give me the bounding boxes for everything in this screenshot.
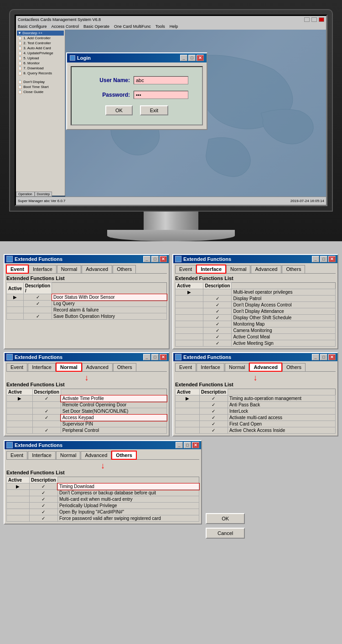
panel-others-minimize[interactable]: _ xyxy=(176,442,183,448)
tab-others-event[interactable]: Event xyxy=(6,451,27,459)
menu-access-control[interactable]: Access Control xyxy=(52,24,79,29)
panel-interface-maximize[interactable]: □ xyxy=(320,256,327,262)
tab-others-advanced[interactable]: Advanced xyxy=(81,451,111,459)
screen-tab-operation[interactable]: Operation xyxy=(16,192,35,197)
table-row-desc: Log Query xyxy=(52,301,167,307)
table-row: Remote Control Openning Door xyxy=(7,402,167,408)
tab-others-others[interactable]: Others xyxy=(112,451,136,459)
tab-interface-others[interactable]: Others xyxy=(282,265,305,273)
login-body: User Name: Password: OK Exit xyxy=(71,66,203,125)
tab-event-others[interactable]: Others xyxy=(113,265,136,273)
table-row: ✓ Access Keypad xyxy=(7,415,167,421)
menu-basic-operate[interactable]: Basic Operate xyxy=(83,24,109,29)
table-row-arrow xyxy=(176,308,203,315)
menu-basic-configure[interactable]: Basic Configure xyxy=(18,24,47,29)
tab-advanced-interface[interactable]: Interface xyxy=(197,363,224,371)
table-row: ✓ Open By Inputing "#Card#PIN#" xyxy=(7,509,199,515)
menu-one-card[interactable]: One Card MultiFunc xyxy=(114,24,151,29)
tab-event-normal[interactable]: Normal xyxy=(57,265,81,273)
tab-event-interface[interactable]: Interface xyxy=(29,265,57,273)
tab-event-event[interactable]: Event xyxy=(6,265,28,273)
panel-advanced-title: Extended Functions xyxy=(183,354,231,360)
table-row-arrow xyxy=(7,496,30,503)
tab-advanced-advanced[interactable]: Advanced xyxy=(249,363,282,371)
table-row-desc: Timing auto-operation management xyxy=(228,395,335,402)
tab-others-normal[interactable]: Normal xyxy=(56,451,80,459)
table-row-arrow xyxy=(176,408,200,415)
tab-event-advanced[interactable]: Advanced xyxy=(82,265,112,273)
panel-others-close[interactable]: ✕ xyxy=(192,442,199,448)
table-row-active: ✓ xyxy=(203,334,232,340)
login-minimize-btn[interactable]: _ xyxy=(180,55,187,61)
tab-others-interface[interactable]: Interface xyxy=(28,451,56,459)
table-row: ✓ Display Other Shift Schedule xyxy=(176,315,336,321)
monitor-screen: Contactless Cards Management System V6.8… xyxy=(15,15,327,206)
screen-tab-doorstep[interactable]: Doorstep xyxy=(35,192,52,197)
table-row-desc: Activate Time Profile xyxy=(61,395,166,402)
panel-interface-minimize[interactable]: _ xyxy=(312,256,319,262)
tab-advanced-event[interactable]: Event xyxy=(175,363,196,371)
panel-normal-maximize[interactable]: □ xyxy=(151,354,159,360)
login-maximize-btn[interactable]: □ xyxy=(188,55,196,61)
panel-event-content: Event Interface Normal Advanced Others E… xyxy=(5,263,169,322)
table-row-arrow xyxy=(7,402,33,408)
table-row-desc: Activate multi-card access xyxy=(228,415,335,421)
table-row-arrow: ▶ xyxy=(176,395,200,402)
panel-event-maximize[interactable]: □ xyxy=(151,256,159,262)
menu-help[interactable]: Help xyxy=(170,24,178,29)
tab-normal-interface[interactable]: Interface xyxy=(28,363,56,371)
panel-advanced-minimize[interactable]: _ xyxy=(312,354,319,360)
tab-interface-event[interactable]: Event xyxy=(175,265,196,273)
tab-normal-normal[interactable]: Normal xyxy=(56,363,82,371)
panel-interface-close[interactable]: ✕ xyxy=(328,256,336,262)
table-row-active xyxy=(203,289,232,296)
screen-menubar: Basic Configure Access Control Basic Ope… xyxy=(16,23,326,30)
table-row-arrow xyxy=(7,515,30,522)
login-exit-button[interactable]: Exit xyxy=(140,105,168,115)
monitor-bezel: Contactless Cards Management System V6.8… xyxy=(9,9,333,212)
panel-normal-minimize[interactable]: _ xyxy=(143,354,150,360)
table-row-arrow xyxy=(176,421,200,427)
table-row: ✓ Save Button Operation History xyxy=(7,313,167,320)
table-row-desc: Don't Display Attendance xyxy=(232,308,336,315)
screen-status-text: Super Manager abc Ver 6.0.7 xyxy=(18,199,66,203)
table-row: ✓ First Card Open xyxy=(176,421,336,427)
screen-status-time: 2019-07-24 16:05:14 xyxy=(290,199,324,203)
cancel-button[interactable]: Cancel xyxy=(206,528,245,539)
table-row: ✓ Log Query xyxy=(7,301,167,307)
tab-advanced-others[interactable]: Others xyxy=(282,363,306,371)
table-row-arrow: ▶ xyxy=(7,294,24,301)
table-row-active xyxy=(32,402,61,408)
table-row-active: ✓ xyxy=(24,294,52,301)
login-close-btn[interactable]: ✕ xyxy=(197,55,204,61)
login-ok-button[interactable]: OK xyxy=(105,105,133,115)
tab-normal-others[interactable]: Others xyxy=(113,363,136,371)
panel-normal-list-label: Extended Functions List xyxy=(6,382,167,387)
tab-normal-event[interactable]: Event xyxy=(6,363,27,371)
table-row-active: ✓ xyxy=(203,340,232,347)
table-row-arrow xyxy=(7,415,33,421)
ok-button[interactable]: OK xyxy=(206,513,245,524)
col-active-header: Active xyxy=(7,283,24,294)
table-row: ✓ Display Patrol xyxy=(176,296,336,302)
tab-advanced-normal[interactable]: Normal xyxy=(225,363,249,371)
table-row: ✓ Monitoring Map xyxy=(176,321,336,327)
table-row-desc: Active Check Access Inside xyxy=(228,427,335,434)
tab-interface-interface[interactable]: Interface xyxy=(197,265,226,273)
tab-interface-normal[interactable]: Normal xyxy=(226,265,250,273)
tab-interface-advanced[interactable]: Advanced xyxy=(251,265,281,273)
panel-others-maximize[interactable]: □ xyxy=(184,442,191,448)
table-row-desc: Active Meeting Sign xyxy=(232,340,336,347)
col-active-header: Active xyxy=(176,389,200,395)
panel-event-close[interactable]: ✕ xyxy=(160,256,167,262)
menu-tools[interactable]: Tools xyxy=(155,24,165,29)
panel-normal-close[interactable]: ✕ xyxy=(160,354,167,360)
panel-advanced-close[interactable]: ✕ xyxy=(328,354,336,360)
login-username-input[interactable] xyxy=(134,76,188,84)
panel-normal-table: Active Description ▶ ✓ Activate Time Pro… xyxy=(6,389,167,434)
panel-normal-titlebar: Extended Functions _ □ ✕ xyxy=(5,353,169,361)
panel-event-minimize[interactable]: _ xyxy=(143,256,150,262)
panel-advanced-maximize[interactable]: □ xyxy=(320,354,327,360)
tab-normal-advanced[interactable]: Advanced xyxy=(82,363,113,371)
login-password-input[interactable] xyxy=(134,91,188,99)
